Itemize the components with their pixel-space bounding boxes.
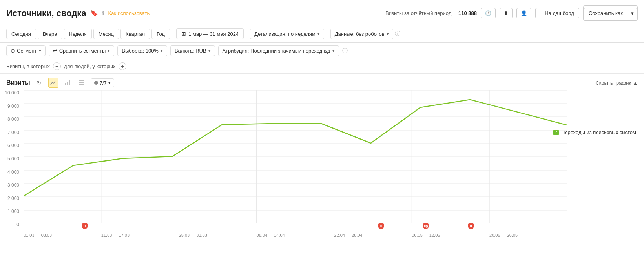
hide-chart-icon: ▲: [633, 80, 638, 86]
page-header: Источники, сводка 🔖 ℹ Как использовать В…: [0, 0, 644, 25]
legend-checkbox[interactable]: ✓: [553, 130, 559, 135]
history-btn[interactable]: 🕐: [481, 8, 496, 18]
bar-chart-btn[interactable]: [62, 78, 73, 88]
filter-people-label: для людей, у которых: [64, 64, 115, 69]
legend-label: Переходы из поисковых систем: [561, 129, 636, 135]
save-chevron-icon[interactable]: ▾: [628, 8, 637, 18]
y-label-8000: 8 000: [7, 116, 19, 122]
month-btn[interactable]: Месяц: [93, 29, 119, 39]
info-icon[interactable]: ℹ: [102, 10, 104, 17]
event-marker-3[interactable]: н)): [423, 223, 429, 229]
save-as-label[interactable]: Сохранить как: [584, 8, 628, 18]
attribution-chevron-icon: ▾: [332, 48, 335, 53]
date-range-btn[interactable]: ⊞ 1 мар — 31 мая 2024: [176, 28, 244, 39]
x-axis: 01.03 — 03.03 11.03 — 17.03 25.03 — 31.0…: [24, 233, 567, 238]
compare-icon: ⇌: [53, 48, 57, 54]
segment-toolbar: ⊙ Сегмент ▾ ⇌ Сравнить сегменты ▾ Выборк…: [0, 43, 644, 59]
line-chart-icon: [50, 80, 57, 86]
chart-area: 10 000 9 000 8 000 7 000 6 000 5 000 4 0…: [0, 90, 644, 239]
data-info-icon[interactable]: ⓘ: [395, 30, 400, 37]
year-btn[interactable]: Год: [151, 29, 170, 39]
currency-dropdown[interactable]: Валюта: RUB ▾: [170, 45, 215, 56]
y-label-5000: 5 000: [7, 156, 19, 162]
data-chevron-icon: ▾: [387, 31, 389, 36]
export-btn[interactable]: ⬆: [500, 8, 513, 18]
x-label-2: 25.03 — 31.03: [179, 233, 207, 238]
hide-chart-btn[interactable]: Скрыть график ▲: [595, 80, 638, 86]
chart-legend: ✓ Переходы из поисковых систем: [553, 129, 636, 135]
line-chart-svg: [24, 90, 567, 223]
segments-chevron-icon: ▾: [108, 80, 111, 85]
filter-people-add-btn[interactable]: +: [119, 62, 126, 70]
y-label-3000: 3 000: [7, 182, 19, 188]
event-marker-4[interactable]: н: [468, 223, 474, 229]
date-toolbar: Сегодня Вчера Неделя Месяц Квартал Год ⊞…: [0, 25, 644, 43]
share-icon: 👤: [521, 10, 527, 16]
refresh-btn[interactable]: ↻: [34, 78, 44, 88]
event-marker-2[interactable]: н: [378, 223, 384, 229]
bar-chart-icon: [64, 80, 71, 86]
page-title: Источники, сводка: [6, 8, 86, 18]
compare-dropdown[interactable]: ⇌ Сравнить сегменты ▾: [49, 45, 115, 56]
svg-rect-5: [79, 84, 84, 85]
week-btn[interactable]: Неделя: [64, 29, 92, 39]
segment-label: Сегмент: [17, 48, 37, 54]
y-label-7000: 7 000: [7, 130, 19, 135]
currency-label: Валюта: RUB: [175, 48, 206, 54]
bookmark-icon[interactable]: 🔖: [90, 9, 98, 17]
data-label: Данные: без роботов: [335, 31, 385, 37]
share-btn[interactable]: 👤: [516, 8, 531, 18]
segments-label: 7/7: [100, 80, 107, 86]
svg-rect-1: [67, 82, 68, 85]
how-to-use-link[interactable]: Как использовать: [108, 10, 150, 16]
clock-icon: 🕐: [485, 10, 491, 16]
y-axis: 10 000 9 000 8 000 7 000 6 000 5 000 4 0…: [0, 90, 22, 227]
filter-visits-label: Визиты, в которых: [6, 64, 50, 69]
attribution-label: Атрибуция: Последний значимый переход к/…: [223, 48, 330, 54]
quarter-btn[interactable]: Квартал: [120, 29, 150, 39]
compare-chevron-icon: ▾: [108, 48, 110, 53]
visits-period-value: 110 888: [458, 10, 477, 16]
x-label-1: 11.03 — 17.03: [101, 233, 130, 238]
event-marker-1[interactable]: н: [82, 223, 88, 229]
visits-section-title: Визиты: [6, 79, 30, 86]
line-chart-btn[interactable]: [48, 78, 58, 88]
x-label-6: 20.05 — 26.05: [489, 233, 518, 238]
segment-chevron-icon: ▾: [39, 48, 41, 53]
detail-chevron-icon: ▾: [317, 31, 320, 36]
svg-rect-2: [69, 80, 70, 85]
y-label-2000: 2 000: [7, 196, 19, 201]
add-dashboard-btn[interactable]: + На дашборд: [535, 8, 579, 18]
attribution-info-icon[interactable]: ⓘ: [342, 47, 348, 55]
today-btn[interactable]: Сегодня: [6, 29, 36, 39]
y-label-4000: 4 000: [7, 169, 19, 175]
detail-label: Детализация: по неделям: [254, 31, 316, 37]
attribution-dropdown[interactable]: Атрибуция: Последний значимый переход к/…: [218, 45, 339, 56]
y-label-1000: 1 000: [7, 209, 19, 214]
data-dropdown[interactable]: Данные: без роботов ▾: [330, 29, 393, 39]
segments-dot-icon: [94, 81, 98, 85]
y-label-10000: 10 000: [5, 90, 19, 96]
table-icon: [78, 80, 85, 86]
chart-line: [24, 100, 567, 196]
segment-dropdown[interactable]: ⊙ Сегмент ▾: [6, 45, 46, 56]
currency-chevron-icon: ▾: [208, 48, 211, 53]
svg-rect-0: [65, 83, 66, 85]
yesterday-btn[interactable]: Вчера: [38, 29, 62, 39]
sample-chevron-icon: ▾: [161, 48, 163, 53]
svg-rect-4: [79, 82, 84, 83]
y-label-9000: 9 000: [7, 104, 19, 109]
svg-rect-3: [79, 80, 84, 81]
save-as-btn-group: Сохранить как ▾: [583, 5, 638, 21]
y-label-6000: 6 000: [7, 143, 19, 148]
date-range-label: 1 мар — 31 мая 2024: [188, 31, 239, 37]
filter-visits-add-btn[interactable]: +: [53, 62, 61, 70]
table-chart-btn[interactable]: [77, 78, 87, 88]
sample-dropdown[interactable]: Выборка: 100% ▾: [117, 45, 167, 56]
filter-row: Визиты, в которых + для людей, у которых…: [0, 59, 644, 74]
segments-selector-btn[interactable]: 7/7 ▾: [91, 78, 114, 87]
detail-dropdown[interactable]: Детализация: по неделям ▾: [250, 29, 324, 39]
calendar-icon: ⊞: [181, 31, 186, 37]
visits-period-label: Визиты за отчётный период:: [385, 10, 453, 16]
x-label-4: 22.04 — 28.04: [334, 233, 362, 238]
